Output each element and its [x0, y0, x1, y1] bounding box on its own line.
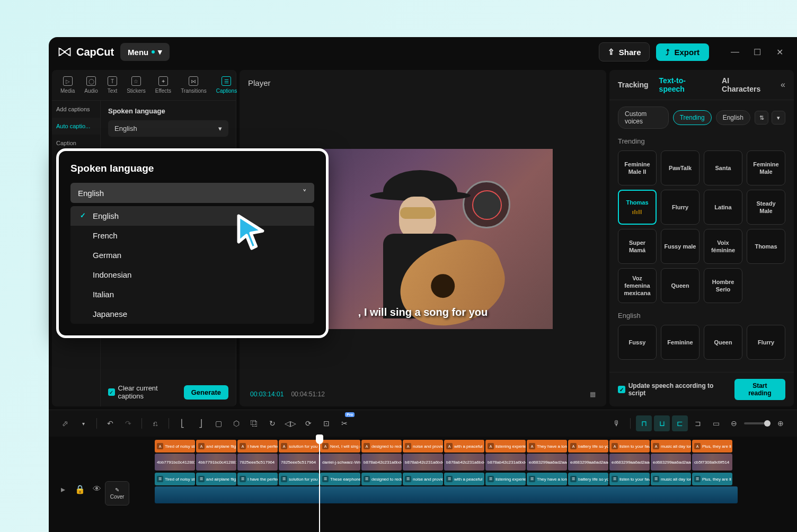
voice-card[interactable]: Fussy male	[661, 229, 699, 264]
voice-card[interactable]: Fussy	[618, 325, 657, 360]
voice-card[interactable]: Super Mamá	[618, 229, 657, 264]
voice-card[interactable]: Feminine Male	[747, 150, 785, 185]
dropdown-icon[interactable]: ▾	[772, 111, 785, 125]
right-tab-ai[interactable]: AI Characters	[722, 76, 770, 93]
timeline-clip[interactable]: Awith a peaceful	[444, 440, 484, 453]
timeline-clip[interactable]: ☰Plus, they are li	[692, 473, 732, 485]
update-speech-checkbox[interactable]: ✓ Update speech according to script	[618, 382, 730, 397]
timeline-clip[interactable]: cb5f7308a9d9f514	[692, 454, 732, 471]
voice-card[interactable]: Queen	[704, 325, 742, 360]
voice-card[interactable]: Voix féminine	[704, 229, 742, 264]
voice-card[interactable]: Feminine Male II	[618, 150, 657, 185]
timeline-clip[interactable]: ☰solution for you	[279, 473, 319, 485]
timeline-tracks[interactable]: ▸ 🔒 👁 🔊 ✎ Cover ATired of noisy streetsA…	[49, 437, 797, 532]
mask-icon[interactable]: ⬡	[228, 415, 244, 431]
timeline-clip[interactable]: ☰listening experienc	[485, 473, 526, 485]
expand-icon[interactable]: ▸	[57, 483, 69, 495]
pointer-icon[interactable]: ⬀	[57, 415, 73, 431]
grid-icon[interactable]: ▦	[590, 391, 596, 398]
voice-card[interactable]: Hombre Serio	[704, 268, 742, 303]
tool-tab-captions[interactable]: ☰Captions	[213, 74, 240, 96]
maximize-icon[interactable]: ☐	[752, 47, 762, 57]
mirror-icon[interactable]: ◁▷	[282, 415, 298, 431]
clear-captions-checkbox[interactable]: ✓ Clear current captions	[108, 384, 179, 400]
timeline-clip[interactable]: ☰battery life so you ca	[568, 473, 608, 485]
language-select[interactable]: English ▾	[108, 120, 228, 137]
rotate-icon[interactable]: ⟳	[300, 415, 316, 431]
language-option[interactable]: French	[70, 226, 314, 245]
language-option[interactable]: English	[70, 206, 314, 226]
voice-card[interactable]: Thomasılıll	[618, 190, 657, 225]
timeline-clip[interactable]: 4bb7791bc0c4128811f4e	[155, 454, 195, 471]
redo-icon[interactable]: ↷	[120, 415, 136, 431]
trim-left-icon[interactable]: ⎣	[174, 415, 190, 431]
timeline-clip[interactable]: ed683299aa6ad2aad8b3	[568, 454, 608, 471]
voice-filter-trending[interactable]: Trending	[673, 110, 712, 125]
timeline-clip[interactable]: ☰These earphones a	[320, 473, 360, 485]
voice-card[interactable]: Queen	[661, 268, 699, 303]
voice-filter-custom[interactable]: Custom voices	[618, 107, 669, 129]
timeline-clip[interactable]: b878ab42c231a6bd4	[361, 454, 402, 471]
close-icon[interactable]: ✕	[775, 47, 784, 57]
reverse-icon[interactable]: ↻	[264, 415, 280, 431]
timeline-clip[interactable]: 7825eee5c517964	[237, 454, 278, 471]
timeline-clip[interactable]: ed683299aa6ad2aad8b3	[651, 454, 691, 471]
menu-button[interactable]: Menu ▾	[120, 43, 170, 61]
timeline-clip[interactable]: ☰Tired of noisy streets	[155, 473, 195, 485]
filter-icon[interactable]: ⇅	[755, 111, 768, 125]
split-icon[interactable]: ⎌	[147, 415, 163, 431]
timeline-clip[interactable]: Aand airplane flights?	[196, 440, 236, 453]
timeline-clip[interactable]: 4bb7791bc0c4128811f4e	[196, 454, 236, 471]
mic-icon[interactable]: 🎙	[609, 415, 625, 431]
playhead[interactable]	[319, 437, 320, 532]
voice-card[interactable]: Thomas	[747, 229, 785, 264]
timeline-clip[interactable]: Asolution for you	[279, 440, 319, 453]
timeline-clip[interactable]: ☰and airplane flights?	[196, 473, 236, 485]
share-button[interactable]: ⇪ Share	[599, 42, 650, 61]
tool-tab-transitions[interactable]: ⋈Transitions	[178, 74, 210, 96]
tool-tab-stickers[interactable]: ☆Stickers	[123, 74, 149, 96]
voice-card[interactable]: Flurry	[747, 325, 785, 360]
zoom-out-icon[interactable]: ⊖	[726, 415, 742, 431]
start-reading-button[interactable]: Start reading	[734, 379, 785, 400]
timeline-clip[interactable]: ☰They have a long	[527, 473, 567, 485]
timeline-clip[interactable]: ☰I have the perfec	[237, 473, 278, 485]
generate-button[interactable]: Generate	[184, 385, 228, 400]
language-option[interactable]: Indonesian	[70, 265, 314, 285]
timeline-clip[interactable]: ANext, I will sing a so	[320, 440, 360, 453]
timeline-clip[interactable]: ☰designed to reduc	[361, 473, 402, 485]
voice-card[interactable]: PawTalk	[661, 150, 699, 185]
voice-card[interactable]: Steady Male	[747, 190, 785, 225]
caption-tab-add[interactable]: Add captions	[52, 101, 100, 118]
timeline-clip[interactable]: ☰noise and provide	[403, 473, 443, 485]
timeline-clip[interactable]: AThey have a long	[527, 440, 567, 453]
voice-card[interactable]: Voz femenina mexicana	[618, 268, 657, 303]
timeline-clip[interactable]: daniel-j-schwarz-Wn	[320, 454, 360, 471]
timeline-clip[interactable]: Alistening experienc	[485, 440, 526, 453]
zoom-slider[interactable]	[744, 422, 771, 424]
cover-button[interactable]: ✎ Cover	[105, 481, 129, 506]
audio-clip[interactable]	[155, 486, 738, 503]
collapse-icon[interactable]: «	[781, 80, 785, 90]
timeline-clip[interactable]: ☰music all day long	[651, 473, 691, 485]
timeline-clip[interactable]: b878ab42c231a6bd4	[403, 454, 443, 471]
snap-icon[interactable]: ⊏	[672, 415, 688, 431]
undo-icon[interactable]: ↶	[102, 415, 118, 431]
tool-tab-audio[interactable]: ◯Audio	[81, 74, 101, 96]
timeline-clip[interactable]: APlus, they are li	[692, 440, 732, 453]
timeline-clip[interactable]: AI have the perfec	[237, 440, 278, 453]
tool-tab-effects[interactable]: ✦Effects	[152, 74, 174, 96]
voice-card[interactable]: Flurry	[661, 190, 699, 225]
eye-icon[interactable]: 👁	[91, 483, 103, 495]
chevron-down-icon[interactable]: ▾	[75, 415, 91, 431]
right-tab-tracking[interactable]: Tracking	[618, 81, 649, 89]
tool-tab-media[interactable]: ▷Media	[57, 74, 78, 96]
minimize-icon[interactable]: —	[730, 47, 740, 57]
timeline-clip[interactable]: Abattery life so you ca	[568, 440, 608, 453]
crop-icon[interactable]: ▢	[210, 415, 226, 431]
trim-right-icon[interactable]: ⎦	[192, 415, 208, 431]
timeline-clip[interactable]: Anoise and provide	[403, 440, 443, 453]
language-option[interactable]: Italian	[70, 285, 314, 304]
voice-card[interactable]: Latina	[704, 190, 742, 225]
timeline-clip[interactable]: 7825eee5c517964	[279, 454, 319, 471]
